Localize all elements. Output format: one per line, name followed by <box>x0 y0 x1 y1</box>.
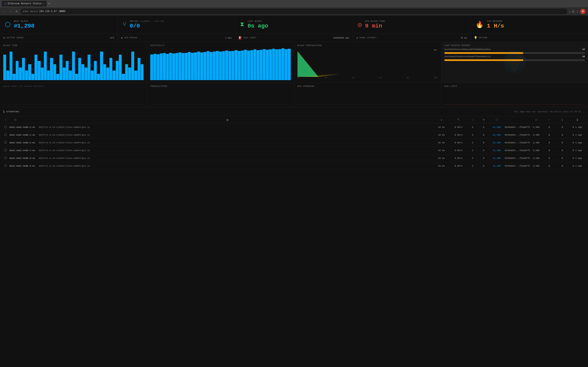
block-propagation-panel: BLOCK PROPAGATION 50% 0s2s4s6s8s10s <box>294 42 441 83</box>
bt-bar <box>41 67 44 80</box>
row-gaslimit-4: 2,568 <box>530 157 542 159</box>
diff-bar <box>247 50 250 80</box>
dashboard: ⬡ BEST BLOCK #1,298 ⑂ UNCLES (CURRENT / … <box>0 16 588 367</box>
row-node-name-1: dual-seal-node-1-us <box>9 134 38 136</box>
tab-ethereum[interactable]: ⬡ Ethereum Network Status ✕ <box>2 1 47 7</box>
uptime-stat: 💡 UPTIME <box>471 34 588 42</box>
url-host: 104.210.5.67 <box>39 10 57 13</box>
last-block-icon: ⧗ <box>240 21 244 28</box>
table-row[interactable]: dual-seal-node-2-us Geth/v1.8.16-stable/… <box>0 123 588 131</box>
diff-bar <box>200 52 203 80</box>
block-time-bars <box>3 48 144 80</box>
bt-bar <box>87 55 90 80</box>
bt-bar <box>47 71 50 80</box>
row-accepted-3: 0 s ago <box>569 149 586 152</box>
difficulty-title: DIFFICULTY <box>150 44 291 47</box>
row-block-0: #1,298 <box>490 126 504 128</box>
extensions-icon[interactable]: ⊡ <box>572 10 574 13</box>
gas-limit-value: 94000000 gas <box>333 37 349 39</box>
bt-bar <box>69 71 72 80</box>
avg-network-icon: 🔥 <box>476 21 484 29</box>
miner-entry-1: 0x41334e6d7813e011ce1912abeff24e166b6127… <box>444 55 585 58</box>
diff-bar <box>154 54 156 80</box>
row-latency-1: 19 ms <box>433 134 450 136</box>
row-received-3: 0 <box>556 149 568 152</box>
diff-bar <box>288 49 291 80</box>
bt-bar <box>75 74 78 80</box>
active-nodes-stat: ⊡ ACTIVE NODES 6/6 <box>0 34 118 42</box>
row-block-1: #1,298 <box>490 134 504 136</box>
url-port: :8083 <box>58 10 65 13</box>
gas-price-icon: ◈ <box>121 36 122 40</box>
status-circle-2 <box>4 141 7 144</box>
block-time-title: BLOCK TIME <box>3 44 144 47</box>
menu-icon[interactable]: ⋮ <box>576 10 579 13</box>
bt-bar <box>85 67 87 80</box>
row-blockhash-2: 0345a924...fa2a07fc <box>505 142 529 144</box>
th-propagation: ✓ <box>543 118 555 122</box>
monitor-icon: ⊡ <box>3 36 5 40</box>
browser-chrome: ⬡ Ethereum Network Status ✕ + ← → ↻ ℹ No… <box>0 0 588 16</box>
bt-bar <box>53 64 56 80</box>
toolbar-icons: ☆ ⊡ ⋮ A <box>569 9 586 14</box>
gas-limit-label: GAS LIMIT <box>243 37 256 39</box>
row-latency-3: 42 ms <box>433 149 450 152</box>
th-peers: ⚇ <box>467 118 478 122</box>
row-propagation-1: 0 <box>543 134 555 136</box>
diff-bar <box>263 49 266 80</box>
url-bar[interactable]: ℹ Not Secure 104.210.5.67 :8083 <box>20 8 567 14</box>
diff-bar <box>213 52 216 80</box>
user-avatar[interactable]: A <box>580 9 586 14</box>
row-node-name-2: dual-seal-node-2-eu <box>9 142 38 144</box>
row-client-1: Geth/v1.8.16-stable/linux-amd64/go1.11 <box>39 134 432 136</box>
bt-bar <box>78 58 81 80</box>
row-propagation-5: 0 <box>543 165 555 167</box>
diff-bar <box>253 49 256 80</box>
back-button[interactable]: ← <box>2 9 7 14</box>
diff-bar <box>285 49 287 80</box>
diff-bar <box>256 50 259 80</box>
diff-bar <box>282 48 285 80</box>
row-client-4: Geth/v1.8.16-stable/linux-amd64/go1.11 <box>39 157 432 159</box>
bt-bar <box>81 64 84 80</box>
uncle-count-panel: UNCLE COUNT (25 BLOCKS PER BAR) <box>0 83 147 107</box>
diff-bar <box>244 50 247 80</box>
row-received-2: 0 <box>556 142 568 144</box>
status-circle-0 <box>4 125 7 128</box>
row-peers-3: 2 <box>467 149 478 152</box>
diff-bar <box>178 52 181 80</box>
tab-close-button[interactable]: ✕ <box>43 2 44 5</box>
miner-bar-0 <box>444 52 523 54</box>
table-row[interactable]: dual-seal-node-1-us Geth/v1.8.16-stable/… <box>0 131 588 139</box>
avg-network-label: AVG NETWORK <box>487 20 504 22</box>
bt-bar <box>19 67 22 80</box>
diff-bar <box>250 50 253 80</box>
row-received-0: 0 <box>556 126 568 128</box>
uptime-icon: 💡 <box>474 36 477 40</box>
diff-bar <box>241 50 244 80</box>
table-row[interactable]: dual-seal-node-3-eu Geth/v1.8.16-stable/… <box>0 162 588 170</box>
diff-bar <box>185 53 188 80</box>
th-node: ⊡ <box>9 118 22 122</box>
row-pending-3: 0 <box>479 149 489 152</box>
table-row[interactable]: dual-seal-node-1-eu Geth/v1.8.16-stable/… <box>0 147 588 154</box>
table-row[interactable]: dual-seal-node-3-us Geth/v1.8.16-stable/… <box>0 154 588 162</box>
ethereum-icon: ⬡ <box>4 2 7 6</box>
diff-bar <box>269 49 272 80</box>
forward-button[interactable]: → <box>9 9 13 14</box>
refresh-button[interactable]: ↻ <box>15 9 19 14</box>
row-hashrate-3: 0 KH/s <box>450 149 467 152</box>
bookmark-icon[interactable]: ☆ <box>569 10 571 13</box>
row-hashrate-5: 0 KH/s <box>450 165 467 167</box>
bt-bar <box>31 74 34 80</box>
row-node-name-3: dual-seal-node-1-eu <box>9 149 38 152</box>
new-tab-button[interactable]: + <box>47 2 52 6</box>
diff-bar <box>219 52 222 80</box>
miner-addr-0: 0xce7be1f87aec7e7b951ec38f6f83680591a085… <box>444 49 491 50</box>
row-gaslimit-0: 2,568 <box>530 126 542 128</box>
table-body: dual-seal-node-2-us Geth/v1.8.16-stable/… <box>0 123 588 170</box>
diff-bar <box>232 51 234 80</box>
table-row[interactable]: dual-seal-node-2-eu Geth/v1.8.16-stable/… <box>0 139 588 147</box>
row-blockhash-5: 0345a924...fa2a07fc <box>505 165 529 167</box>
row-accepted-5: 0 s ago <box>569 165 586 167</box>
